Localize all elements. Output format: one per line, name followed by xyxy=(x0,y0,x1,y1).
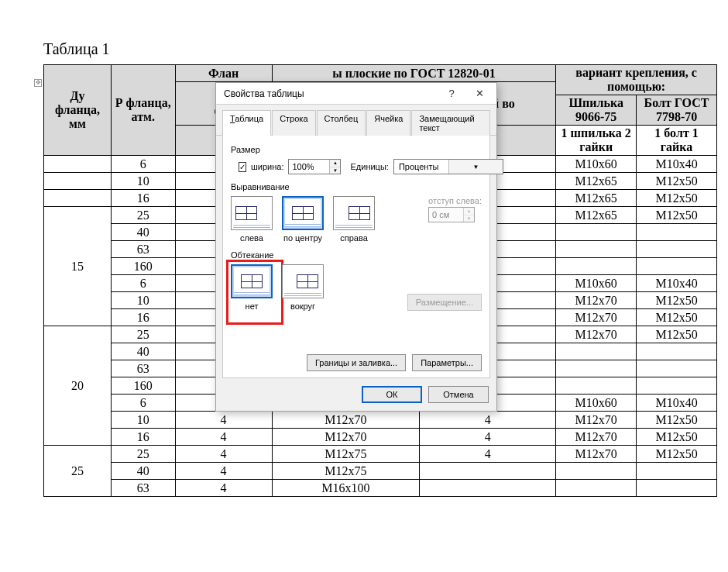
tab-cell[interactable]: Ячейка xyxy=(366,110,410,136)
cell-p: 40 xyxy=(111,463,175,480)
section-alignment: Выравнивание xyxy=(231,182,482,191)
th-sh2: 1 шпилька 2 гайки xyxy=(556,126,637,156)
tab-column[interactable]: Столбец xyxy=(317,110,366,136)
cell-p: 16 xyxy=(111,429,175,446)
cell-du xyxy=(44,156,112,173)
cell-p: 6 xyxy=(111,275,175,292)
cell-bg: М12х50 xyxy=(637,190,717,207)
cell-bg: М12х50 xyxy=(637,326,717,343)
chevron-down-icon[interactable]: ▼ xyxy=(448,160,503,174)
cell-sh: М10х60 xyxy=(556,275,637,292)
th-p: Р фланца, атм. xyxy=(111,65,175,156)
cell-k: 4 xyxy=(175,446,272,463)
indent-input xyxy=(429,208,463,222)
cell-p: 6 xyxy=(111,156,175,173)
cell-m: М12х70 xyxy=(272,412,420,429)
table-row: 404М12х75 xyxy=(44,463,717,480)
cell-bg: М12х50 xyxy=(637,446,717,463)
cell-sh: М12х70 xyxy=(556,429,637,446)
cell-bg: М12х50 xyxy=(637,309,717,326)
table-row: 164М12х704М12х70М12х50 xyxy=(44,429,717,446)
wrap-around-option[interactable]: вокруг xyxy=(282,264,324,311)
cell-sh xyxy=(556,360,637,377)
cell-p: 160 xyxy=(111,377,175,395)
cell-bg: М12х50 xyxy=(637,173,717,190)
cell-sh: М10х60 xyxy=(556,156,637,173)
width-spinner[interactable]: ▲▼ xyxy=(288,159,341,174)
table-caption: Таблица 1 xyxy=(43,40,713,58)
cell-du xyxy=(44,190,112,207)
cell-p: 63 xyxy=(111,360,175,377)
cell-sh xyxy=(556,224,637,241)
cell-sh xyxy=(556,258,637,275)
cell-o: 4 xyxy=(420,412,556,429)
cell-p: 16 xyxy=(111,309,175,326)
align-center-option[interactable]: по центру xyxy=(282,196,324,243)
th-variant: вариант крепления, с помощью: xyxy=(556,65,717,95)
dialog-title: Свойства таблицы xyxy=(224,88,438,99)
cell-bg: М10х40 xyxy=(637,395,717,412)
cell-o: 4 xyxy=(420,429,556,446)
close-button[interactable]: ✕ xyxy=(465,84,493,103)
spin-down-icon[interactable]: ▼ xyxy=(330,167,340,174)
section-size: Размер xyxy=(231,145,482,154)
th-bg: Болт ГОСТ 7798-70 xyxy=(637,95,717,126)
cell-p: 25 xyxy=(111,207,175,224)
help-button[interactable]: ? xyxy=(438,84,465,103)
tab-table[interactable]: Таблица xyxy=(222,110,271,136)
cell-k: 4 xyxy=(175,429,272,446)
cell-sh: М12х70 xyxy=(556,326,637,343)
cell-du: 25 xyxy=(44,446,112,497)
th-du: Ду фланца, мм xyxy=(44,65,112,156)
cell-sh xyxy=(556,463,637,480)
options-button[interactable]: Параметры... xyxy=(412,354,482,371)
cell-sh xyxy=(556,241,637,258)
units-value: Проценты xyxy=(394,162,448,171)
table-anchor-icon[interactable]: ✥ xyxy=(34,79,42,87)
borders-button[interactable]: Границы и заливка... xyxy=(307,354,406,371)
width-label: ширина: xyxy=(251,162,283,171)
cell-p: 63 xyxy=(111,241,175,258)
cell-p: 10 xyxy=(111,173,175,190)
wrap-around-label: вокруг xyxy=(282,302,324,311)
width-input[interactable] xyxy=(289,160,329,174)
cell-k: 4 xyxy=(175,463,272,480)
cell-bg: М10х40 xyxy=(637,275,717,292)
cell-p: 40 xyxy=(111,224,175,241)
spin-up-icon[interactable]: ▲ xyxy=(330,160,340,167)
ok-button[interactable]: ОК xyxy=(362,386,422,403)
align-left-option[interactable]: слева xyxy=(231,196,273,243)
cell-bg xyxy=(637,463,717,480)
cell-bg: М12х50 xyxy=(637,429,717,446)
cell-sh xyxy=(556,343,637,360)
units-combo[interactable]: Проценты ▼ xyxy=(393,159,503,174)
cell-p: 10 xyxy=(111,412,175,429)
tab-row[interactable]: Строка xyxy=(272,110,315,136)
cell-o xyxy=(420,463,556,480)
th-bg2: 1 болт 1 гайка xyxy=(637,126,717,156)
cell-sh: М12х65 xyxy=(556,190,637,207)
cell-sh: М12х70 xyxy=(556,412,637,429)
cell-p: 160 xyxy=(111,258,175,275)
cell-m: М12х75 xyxy=(272,446,420,463)
cell-sh: М12х70 xyxy=(556,292,637,309)
tab-alt[interactable]: Замещающий текст xyxy=(411,110,490,136)
cell-o xyxy=(420,480,556,497)
width-checkbox[interactable]: ✓ xyxy=(239,162,246,172)
cell-du: 20 xyxy=(44,326,112,446)
align-right-option[interactable]: справа xyxy=(333,196,375,243)
wrap-none-option[interactable]: нет xyxy=(231,264,273,311)
th-gost: ы плоские по ГОСТ 12820-01 xyxy=(272,65,556,82)
cell-bg: М12х50 xyxy=(637,412,717,429)
table-row: 634М16х100 xyxy=(44,480,717,497)
cell-k: 4 xyxy=(175,412,272,429)
cell-bg xyxy=(637,241,717,258)
cell-bg xyxy=(637,377,717,395)
cell-sh: М12х65 xyxy=(556,207,637,224)
cancel-button[interactable]: Отмена xyxy=(428,386,489,403)
wrap-none-label: нет xyxy=(231,302,273,311)
cell-bg: М12х50 xyxy=(637,207,717,224)
cell-bg xyxy=(637,258,717,275)
indent-spinner: ▲▼ xyxy=(428,207,475,222)
cell-o: 4 xyxy=(420,446,556,463)
